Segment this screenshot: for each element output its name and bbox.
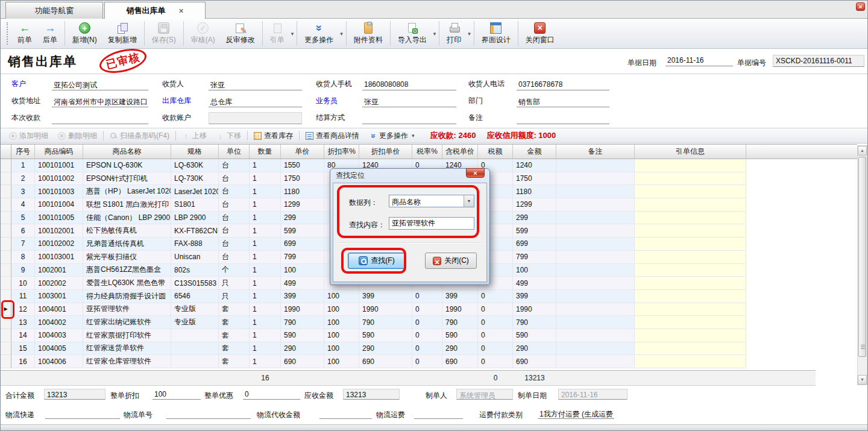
table-cell[interactable] bbox=[556, 316, 635, 329]
table-cell[interactable] bbox=[635, 342, 746, 356]
table-cell[interactable]: 0 bbox=[478, 303, 513, 316]
table-cell[interactable]: 爱普生LQ630K 黑色色带 bbox=[83, 277, 171, 290]
table-cell[interactable]: 1180 bbox=[281, 185, 324, 198]
tab-function-nav[interactable]: 功能导航窗 bbox=[5, 2, 103, 19]
pull-doc-button[interactable]: 引单 bbox=[265, 19, 290, 48]
table-cell[interactable]: 290 bbox=[513, 342, 556, 356]
table-cell[interactable]: FAX-888 bbox=[171, 238, 219, 251]
column-header[interactable]: 规格 bbox=[171, 145, 219, 159]
doc-date-field[interactable]: 2016-11-16 bbox=[665, 55, 733, 66]
table-cell[interactable]: 100 bbox=[513, 264, 556, 277]
table-cell[interactable]: 0 bbox=[412, 342, 442, 356]
table-cell[interactable]: C13S015583 bbox=[171, 277, 219, 290]
logistics-cod-field[interactable] bbox=[319, 408, 372, 419]
table-cell[interactable] bbox=[635, 159, 746, 172]
table-cell[interactable]: 1 bbox=[250, 264, 281, 277]
table-cell[interactable]: 1299 bbox=[513, 198, 556, 212]
table-cell[interactable] bbox=[556, 290, 635, 303]
table-cell[interactable]: 红管家票据打印软件 bbox=[83, 329, 171, 342]
table-cell[interactable] bbox=[171, 342, 219, 356]
table-cell[interactable] bbox=[556, 238, 635, 251]
table-cell[interactable]: 红管家出纳记账软件 bbox=[83, 316, 171, 329]
table-cell[interactable]: 16 bbox=[11, 355, 35, 368]
table-cell[interactable]: 790 bbox=[442, 316, 478, 329]
table-cell[interactable] bbox=[556, 342, 635, 356]
table-cell[interactable]: 100101001 bbox=[35, 159, 83, 172]
table-cell[interactable]: 100101004 bbox=[35, 198, 83, 212]
table-cell[interactable]: 100103001 bbox=[35, 251, 83, 264]
new-button[interactable]: 新增(N) bbox=[67, 19, 102, 48]
table-cell[interactable]: 红管家仓库管理软件 bbox=[83, 355, 171, 368]
import-export-button[interactable]: 导入导出 bbox=[392, 19, 432, 48]
table-cell[interactable]: 499 bbox=[513, 277, 556, 290]
table-cell[interactable] bbox=[556, 355, 635, 368]
column-header[interactable]: 折扣单价 bbox=[359, 145, 412, 159]
table-cell[interactable]: Uniscan bbox=[171, 251, 219, 264]
column-header[interactable]: 备注 bbox=[556, 145, 635, 159]
close-window-button[interactable]: 关闭窗口 bbox=[520, 19, 560, 48]
table-cell[interactable]: 590 bbox=[359, 329, 412, 342]
table-cell[interactable]: 100 bbox=[324, 329, 359, 342]
table-cell[interactable]: 0 bbox=[478, 290, 513, 303]
search-content-input[interactable] bbox=[389, 217, 474, 230]
table-cell[interactable]: 惠普（HP） LaserJet 1020 bbox=[83, 185, 171, 198]
table-cell[interactable]: 1750 bbox=[513, 172, 556, 186]
table-cell[interactable]: 599 bbox=[281, 224, 324, 238]
column-header[interactable]: 税额 bbox=[478, 145, 513, 159]
table-cell[interactable] bbox=[635, 355, 746, 368]
table-cell[interactable]: 699 bbox=[281, 238, 324, 251]
table-cell[interactable]: 100101005 bbox=[35, 212, 83, 225]
table-row[interactable]: 151004005红管家送货单软件套129010029002900290 bbox=[1, 342, 857, 356]
column-header[interactable]: 金额 bbox=[513, 145, 556, 159]
table-cell[interactable]: 专业版 bbox=[171, 316, 219, 329]
table-cell[interactable]: 1 bbox=[250, 238, 281, 251]
table-cell[interactable] bbox=[556, 172, 635, 186]
table-cell[interactable]: 1004006 bbox=[35, 355, 83, 368]
table-cell[interactable]: 11 bbox=[11, 290, 35, 303]
table-row[interactable]: 111003001得力经典防滑握手设计圆6546只139910039903990… bbox=[1, 290, 857, 303]
table-cell[interactable]: 1 bbox=[250, 303, 281, 316]
audit-button[interactable]: 审核(A) bbox=[186, 19, 221, 48]
next-doc-button[interactable]: 后单 bbox=[37, 19, 63, 48]
table-cell[interactable]: 14 bbox=[11, 329, 35, 342]
table-cell[interactable]: 690 bbox=[442, 355, 478, 368]
dropdown-caret-icon[interactable] bbox=[432, 19, 438, 48]
table-cell[interactable]: 802s bbox=[171, 264, 219, 277]
table-cell[interactable]: 590 bbox=[281, 329, 324, 342]
table-cell[interactable]: 台 bbox=[219, 224, 250, 238]
table-cell[interactable]: KX-FT862CN bbox=[171, 224, 219, 238]
table-cell[interactable]: 套 bbox=[219, 316, 250, 329]
table-cell[interactable]: 专业版 bbox=[171, 303, 219, 316]
table-cell[interactable]: 100 bbox=[324, 316, 359, 329]
remark-field[interactable] bbox=[517, 112, 609, 124]
table-cell[interactable]: 1990 bbox=[281, 303, 324, 316]
grid-more-operations-button[interactable]: 更多操作 bbox=[365, 130, 420, 142]
table-cell[interactable]: 0 bbox=[478, 316, 513, 329]
table-cell[interactable]: 399 bbox=[281, 290, 324, 303]
prev-doc-button[interactable]: 前单 bbox=[12, 19, 37, 48]
scroll-down-icon[interactable]: ▼ bbox=[858, 375, 867, 385]
table-cell[interactable]: 1002002 bbox=[35, 277, 83, 290]
table-cell[interactable] bbox=[635, 238, 746, 251]
table-cell[interactable]: 6546 bbox=[171, 290, 219, 303]
table-cell[interactable] bbox=[171, 329, 219, 342]
scan-barcode-button[interactable]: 扫描条形码(F4) bbox=[106, 130, 173, 142]
table-cell[interactable]: 399 bbox=[442, 290, 478, 303]
dialog-close-button[interactable]: × bbox=[466, 168, 485, 178]
table-cell[interactable]: 1002001 bbox=[35, 264, 83, 277]
table-cell[interactable]: 590 bbox=[442, 329, 478, 342]
move-up-button[interactable]: 上移 bbox=[178, 130, 210, 142]
attachments-button[interactable]: 附件资料 bbox=[348, 19, 388, 48]
table-cell[interactable] bbox=[635, 185, 746, 198]
table-cell[interactable]: LQ-630K bbox=[171, 159, 219, 172]
column-header[interactable]: 税率% bbox=[412, 145, 442, 159]
table-cell[interactable] bbox=[635, 264, 746, 277]
table-cell[interactable]: 10 bbox=[11, 277, 35, 290]
dropdown-caret-icon[interactable] bbox=[290, 19, 295, 48]
table-cell[interactable] bbox=[556, 251, 635, 264]
table-cell[interactable]: 100 bbox=[281, 264, 324, 277]
delete-detail-button[interactable]: 删除明细 bbox=[54, 130, 101, 142]
table-row[interactable]: 131004002红管家出纳记账软件专业版套179010079007900790 bbox=[1, 316, 857, 329]
table-cell[interactable]: 个 bbox=[219, 264, 250, 277]
table-cell[interactable]: 6 bbox=[11, 224, 35, 238]
